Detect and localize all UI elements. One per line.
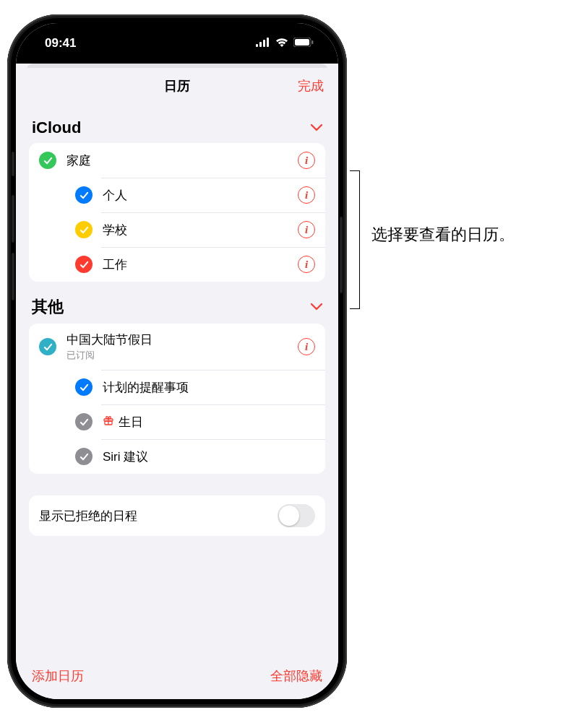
annotation-bracket xyxy=(350,170,360,309)
svg-rect-5 xyxy=(295,39,309,46)
calendar-label: 工作 xyxy=(103,256,288,273)
svg-rect-0 xyxy=(256,44,258,47)
info-icon[interactable]: i xyxy=(298,256,315,273)
calendar-row[interactable]: 工作 i xyxy=(65,247,325,282)
volume-up-button xyxy=(12,195,14,243)
calendar-label: 家庭 xyxy=(66,152,288,169)
calendar-row[interactable]: 生日 xyxy=(65,404,325,439)
calendar-label: 个人 xyxy=(103,187,288,204)
bottom-toolbar: 添加日历 全部隐藏 xyxy=(16,659,338,699)
checkmark-icon[interactable] xyxy=(39,152,56,169)
side-button xyxy=(12,152,14,176)
nav-bar: 日历 完成 xyxy=(16,68,338,104)
status-time: 09:41 xyxy=(45,36,76,51)
annotation-text: 选择要查看的日历。 xyxy=(371,224,515,246)
dynamic-island xyxy=(130,35,224,62)
section-header-icloud[interactable]: iCloud xyxy=(29,104,325,143)
calendar-row[interactable]: Siri 建议 xyxy=(65,439,325,474)
volume-down-button xyxy=(12,253,14,300)
power-button xyxy=(340,217,343,293)
checkmark-icon[interactable] xyxy=(75,448,93,465)
done-button[interactable]: 完成 xyxy=(298,77,324,95)
calendar-sublabel: 已订阅 xyxy=(66,349,288,362)
chevron-down-icon xyxy=(311,121,322,134)
calendars-sheet: 日历 完成 iCloud xyxy=(16,68,338,699)
show-declined-row: 显示已拒绝的日程 xyxy=(29,495,325,536)
calendar-label: Siri 建议 xyxy=(103,448,315,465)
gift-icon xyxy=(103,415,114,429)
checkmark-icon[interactable] xyxy=(75,221,93,238)
checkmark-icon[interactable] xyxy=(75,413,93,430)
checkmark-icon[interactable] xyxy=(75,256,93,273)
iphone-frame: 09:41 日历 完成 xyxy=(7,14,347,708)
checkmark-icon[interactable] xyxy=(75,378,93,396)
wifi-icon xyxy=(275,37,288,50)
calendar-row[interactable]: 计划的提醒事项 xyxy=(65,370,325,404)
info-icon[interactable]: i xyxy=(298,186,315,204)
info-icon[interactable]: i xyxy=(298,221,315,238)
add-calendar-button[interactable]: 添加日历 xyxy=(32,667,84,685)
cellular-icon xyxy=(256,37,270,50)
chevron-down-icon xyxy=(311,300,322,313)
calendar-label: 生日 xyxy=(103,414,315,430)
show-declined-label: 显示已拒绝的日程 xyxy=(39,508,137,524)
calendar-row[interactable]: 中国大陆节假日 已订阅 i xyxy=(29,324,325,370)
battery-icon xyxy=(293,37,314,50)
checkmark-icon[interactable] xyxy=(39,338,56,355)
info-icon[interactable]: i xyxy=(298,152,315,169)
svg-rect-2 xyxy=(263,40,265,47)
hide-all-button[interactable]: 全部隐藏 xyxy=(270,667,322,685)
calendar-row[interactable]: 个人 i xyxy=(65,178,325,212)
checkmark-icon[interactable] xyxy=(75,186,93,204)
section-title: 其他 xyxy=(32,296,64,318)
info-icon[interactable]: i xyxy=(298,338,315,355)
svg-rect-3 xyxy=(267,38,269,47)
section-header-other[interactable]: 其他 xyxy=(29,282,325,324)
svg-rect-1 xyxy=(259,42,262,47)
page-title: 日历 xyxy=(164,77,190,95)
other-calendar-list: 中国大陆节假日 已订阅 i 计划的提醒事项 xyxy=(29,324,325,474)
content-scroll[interactable]: iCloud 家庭 i xyxy=(16,104,338,659)
calendar-label: 计划的提醒事项 xyxy=(103,379,315,396)
switch-knob xyxy=(279,506,299,526)
calendar-label: 学校 xyxy=(103,222,288,238)
icloud-calendar-list: 家庭 i 个人 i xyxy=(29,143,325,282)
section-title: iCloud xyxy=(32,118,81,137)
calendar-row[interactable]: 学校 i xyxy=(65,212,325,247)
show-declined-switch[interactable] xyxy=(278,504,315,527)
svg-rect-6 xyxy=(312,40,314,44)
calendar-row[interactable]: 家庭 i xyxy=(29,143,325,178)
calendar-label: 中国大陆节假日 xyxy=(66,332,288,348)
